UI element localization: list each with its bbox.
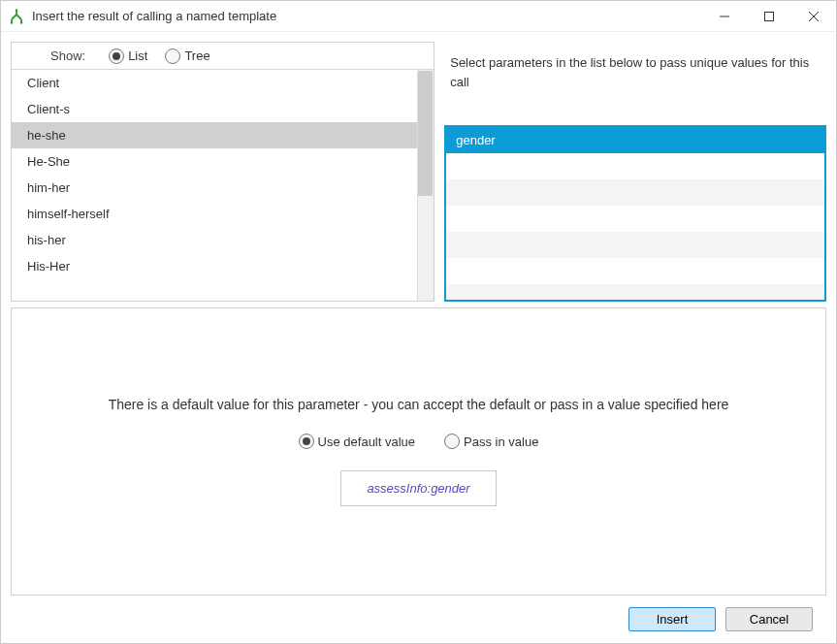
template-item[interactable]: Client — [12, 70, 434, 96]
show-label: Show: — [50, 48, 85, 63]
default-radio-row: Use default value Pass in value — [299, 434, 539, 449]
template-item[interactable]: he-she — [12, 122, 434, 148]
scrollbar-thumb[interactable] — [418, 71, 433, 196]
svg-rect-4 — [765, 12, 774, 20]
radio-dot-icon — [109, 48, 124, 64]
parameters-instruction: Select parameters in the list below to p… — [444, 42, 826, 125]
maximize-button[interactable] — [747, 1, 791, 32]
parameter-empty-row — [446, 258, 824, 284]
close-button[interactable] — [791, 1, 836, 32]
titlebar: Insert the result of calling a named tem… — [1, 1, 836, 32]
use-default-radio[interactable]: Use default value — [299, 434, 415, 449]
radio-dot-icon — [165, 48, 180, 64]
svg-point-2 — [20, 21, 22, 23]
default-value-section: There is a default value for this parame… — [11, 307, 826, 596]
default-message: There is a default value for this parame… — [109, 397, 729, 412]
insert-button[interactable]: Insert — [628, 607, 716, 631]
parameter-empty-row — [446, 153, 824, 179]
scrollbar[interactable] — [417, 70, 434, 301]
template-item[interactable]: himself-herself — [12, 201, 434, 227]
show-list-label: List — [128, 48, 147, 63]
default-value-text: assessInfo:gender — [367, 481, 469, 496]
dialog-footer: Insert Cancel — [11, 596, 826, 643]
show-tree-radio[interactable]: Tree — [165, 48, 209, 64]
parameters-list: gender — [444, 125, 826, 302]
parameter-item[interactable]: gender — [446, 127, 824, 153]
template-item[interactable]: him-her — [12, 175, 434, 201]
app-icon — [9, 9, 24, 24]
template-item[interactable]: He-She — [12, 148, 434, 175]
pass-in-value-radio[interactable]: Pass in value — [444, 434, 538, 449]
parameter-empty-row — [446, 179, 824, 206]
template-item[interactable]: his-her — [12, 227, 434, 253]
radio-dot-icon — [299, 434, 314, 449]
dialog-body: Show: List Tree ClientClient-she-sheHe-S… — [1, 32, 836, 643]
show-tree-label: Tree — [184, 48, 209, 63]
templates-pane: Show: List Tree ClientClient-she-sheHe-S… — [11, 42, 435, 302]
svg-point-1 — [11, 21, 13, 23]
use-default-label: Use default value — [318, 435, 415, 449]
show-mode-row: Show: List Tree — [12, 43, 434, 70]
window-title: Insert the result of calling a named tem… — [32, 9, 702, 23]
parameter-empty-row — [446, 284, 824, 302]
parameter-empty-row — [446, 232, 824, 258]
cancel-button[interactable]: Cancel — [725, 607, 813, 631]
upper-panes: Show: List Tree ClientClient-she-sheHe-S… — [11, 42, 826, 302]
parameters-pane: Select parameters in the list below to p… — [444, 42, 826, 302]
template-item[interactable]: His-Her — [12, 253, 434, 279]
templates-list: ClientClient-she-sheHe-Shehim-herhimself… — [12, 70, 434, 301]
parameter-empty-row — [446, 206, 824, 232]
pass-in-label: Pass in value — [464, 435, 538, 449]
show-list-radio[interactable]: List — [109, 48, 147, 64]
dialog-window: Insert the result of calling a named tem… — [0, 0, 837, 644]
svg-point-0 — [16, 9, 17, 11]
default-value-box: assessInfo:gender — [340, 470, 496, 506]
template-item[interactable]: Client-s — [12, 96, 434, 122]
radio-dot-icon — [444, 434, 460, 449]
minimize-button[interactable] — [702, 1, 747, 32]
